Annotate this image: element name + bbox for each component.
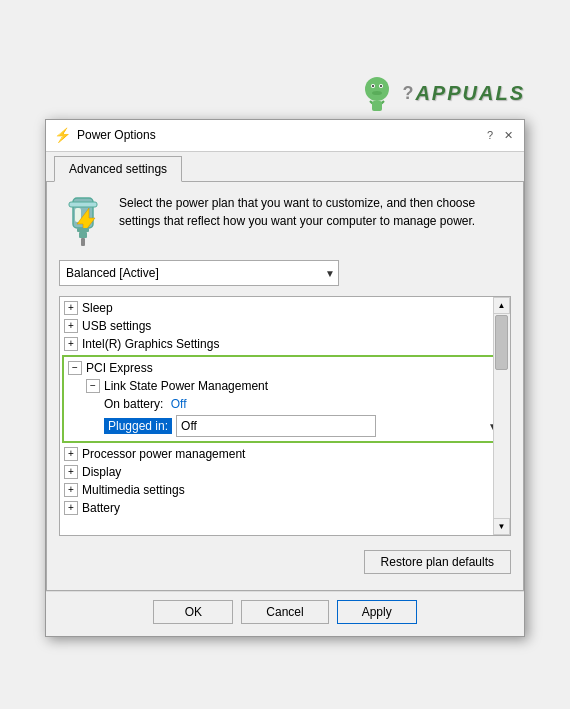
settings-panel: Select the power plan that you want to c…: [46, 182, 524, 591]
settings-list: + Sleep + USB settings + Intel(R) Graphi…: [60, 297, 510, 519]
tree-toggle-lspm[interactable]: −: [86, 379, 100, 393]
svg-rect-11: [79, 232, 87, 238]
title-bar-text: Power Options: [77, 128, 476, 142]
tree-item-intel[interactable]: + Intel(R) Graphics Settings: [60, 335, 510, 353]
tree-item-sleep[interactable]: + Sleep: [60, 299, 510, 317]
tree-label-sleep: Sleep: [82, 301, 113, 315]
title-bar-icon: ⚡: [54, 127, 71, 143]
tree-toggle-display[interactable]: +: [64, 465, 78, 479]
tree-item-multimedia[interactable]: + Multimedia settings: [60, 481, 510, 499]
mascot-icon: [356, 73, 398, 115]
tree-item-processor[interactable]: + Processor power management: [60, 445, 510, 463]
tree-toggle-sleep[interactable]: +: [64, 301, 78, 315]
svg-point-5: [372, 91, 382, 95]
pluggedin-select[interactable]: Off Moderate power savings Maximum power…: [176, 415, 376, 437]
power-options-dialog: ⚡ Power Options ? ✕ Advanced settings: [45, 119, 525, 637]
onbattery-value: Off: [171, 397, 187, 411]
settings-list-container[interactable]: + Sleep + USB settings + Intel(R) Graphi…: [59, 296, 511, 536]
tab-advanced-settings[interactable]: Advanced settings: [54, 156, 182, 182]
onbattery-key: On battery:: [104, 397, 163, 411]
tree-item-pci[interactable]: − PCI Express: [64, 359, 506, 377]
close-button[interactable]: ✕: [500, 127, 516, 143]
svg-rect-8: [69, 202, 97, 207]
tree-label-onbattery: On battery: Off: [104, 397, 187, 411]
power-settings-icon: [61, 196, 105, 248]
scrollbar-thumb[interactable]: [495, 315, 508, 370]
tree-toggle-battery[interactable]: +: [64, 501, 78, 515]
svg-rect-6: [372, 101, 382, 111]
power-icon-container: [59, 194, 107, 250]
dialog-footer: OK Cancel Apply: [46, 591, 524, 636]
logo-question-icon: ?: [402, 83, 413, 104]
tree-label-lspm: Link State Power Management: [104, 379, 268, 393]
description-text: Select the power plan that you want to c…: [119, 194, 511, 230]
restore-row: Restore plan defaults: [59, 546, 511, 578]
plan-select-wrapper: Balanced [Active] Power saver High perfo…: [59, 260, 339, 286]
title-bar-controls: ? ✕: [482, 127, 516, 143]
highlighted-section: − PCI Express − Link State Power Managem…: [62, 355, 508, 443]
svg-point-3: [372, 85, 374, 87]
description-row: Select the power plan that you want to c…: [59, 194, 511, 250]
tree-item-onbattery: On battery: Off: [100, 395, 506, 413]
svg-point-4: [380, 85, 382, 87]
tree-toggle-multimedia[interactable]: +: [64, 483, 78, 497]
tree-item-battery[interactable]: + Battery: [60, 499, 510, 517]
svg-point-0: [365, 77, 389, 101]
restore-plan-defaults-button[interactable]: Restore plan defaults: [364, 550, 511, 574]
scrollbar-up-button[interactable]: ▲: [493, 297, 510, 314]
plan-select[interactable]: Balanced [Active] Power saver High perfo…: [59, 260, 339, 286]
tree-item-pluggedin: Plugged in: Off Moderate power savings M…: [100, 413, 506, 439]
plan-dropdown-row: Balanced [Active] Power saver High perfo…: [59, 260, 511, 286]
apply-button[interactable]: Apply: [337, 600, 417, 624]
tree-label-battery: Battery: [82, 501, 120, 515]
scrollbar-track: ▲ ▼: [493, 297, 510, 535]
svg-rect-12: [81, 238, 85, 246]
tree-label-display: Display: [82, 465, 121, 479]
tree-toggle-usb[interactable]: +: [64, 319, 78, 333]
tree-label-multimedia: Multimedia settings: [82, 483, 185, 497]
ok-button[interactable]: OK: [153, 600, 233, 624]
logo-text: APPUALS: [415, 82, 525, 105]
tree-toggle-processor[interactable]: +: [64, 447, 78, 461]
pluggedin-label: Plugged in:: [104, 418, 172, 434]
tree-toggle-pci[interactable]: −: [68, 361, 82, 375]
tree-label-intel: Intel(R) Graphics Settings: [82, 337, 219, 351]
tree-item-lspm[interactable]: − Link State Power Management: [82, 377, 506, 395]
tree-toggle-intel[interactable]: +: [64, 337, 78, 351]
tree-label-pci: PCI Express: [86, 361, 153, 375]
pluggedin-select-wrapper: Off Moderate power savings Maximum power…: [176, 415, 502, 437]
svg-rect-10: [77, 228, 89, 232]
tree-label-processor: Processor power management: [82, 447, 245, 461]
help-button[interactable]: ?: [482, 127, 498, 143]
cancel-button[interactable]: Cancel: [241, 600, 328, 624]
tree-item-usb[interactable]: + USB settings: [60, 317, 510, 335]
scrollbar-down-button[interactable]: ▼: [493, 518, 510, 535]
tree-item-display[interactable]: + Display: [60, 463, 510, 481]
tab-bar: Advanced settings: [46, 156, 524, 182]
title-bar: ⚡ Power Options ? ✕: [46, 120, 524, 152]
tree-label-usb: USB settings: [82, 319, 151, 333]
